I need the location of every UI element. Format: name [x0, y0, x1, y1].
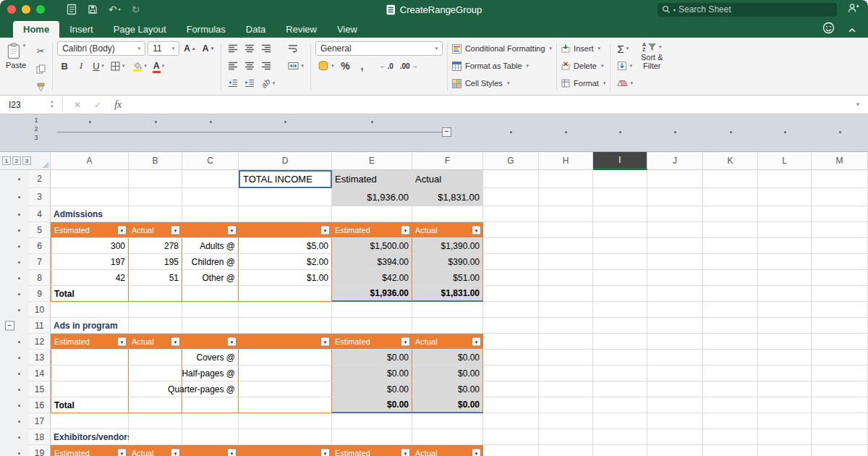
cell-A14[interactable]	[51, 366, 129, 381]
italic-button[interactable]: I	[74, 59, 88, 73]
cell-C2[interactable]	[182, 170, 239, 188]
cell-G10[interactable]	[483, 302, 539, 318]
search-sheet-field[interactable]: ▾	[658, 3, 837, 17]
row-header-8[interactable]: 8	[29, 270, 51, 286]
cell-E5[interactable]: Estimated▼	[332, 222, 412, 238]
column-header-J[interactable]: J	[647, 152, 703, 170]
cell-D6[interactable]: $5.00	[239, 238, 332, 254]
cell-E7[interactable]: $394.00	[332, 254, 412, 270]
cell-E13[interactable]: $0.00	[332, 350, 412, 366]
feedback-smiley-button[interactable]	[822, 22, 835, 37]
row-header-15[interactable]: 15	[29, 381, 51, 397]
cell-A11[interactable]: Ads in program	[51, 318, 129, 334]
cell-I16[interactable]	[593, 397, 647, 413]
cell-J10[interactable]	[647, 302, 703, 318]
underline-button[interactable]: U▾	[90, 59, 106, 73]
cell-B5[interactable]: Actual▼	[129, 222, 182, 238]
cell-B13[interactable]	[129, 350, 182, 366]
wrap-text-button[interactable]	[286, 41, 300, 56]
cell-B14[interactable]	[129, 366, 182, 381]
cell-D11[interactable]	[239, 318, 332, 334]
cell-F9[interactable]: $1,831.00	[412, 286, 483, 302]
cell-M2[interactable]	[812, 170, 868, 188]
cell-B8[interactable]: 51	[129, 270, 182, 286]
cell-I10[interactable]	[593, 302, 647, 318]
cell-B2[interactable]	[129, 170, 182, 188]
bold-button[interactable]: B	[57, 59, 72, 73]
column-header-K[interactable]: K	[703, 152, 758, 170]
cell-F18[interactable]	[412, 429, 483, 445]
autofilter-button[interactable]: ▼	[171, 449, 180, 456]
cell-F10[interactable]	[412, 302, 483, 318]
cell-F11[interactable]	[412, 318, 483, 334]
cell-F15[interactable]: $0.00	[412, 381, 483, 397]
row-outline-level-1[interactable]: 1	[2, 156, 11, 165]
cell-F6[interactable]: $1,390.00	[412, 238, 483, 254]
formula-bar-expand-caret[interactable]: ▼	[855, 101, 861, 108]
cell-H4[interactable]	[539, 206, 593, 222]
autofilter-button[interactable]: ▼	[117, 337, 127, 347]
cell-H2[interactable]	[539, 170, 593, 188]
cell-A8[interactable]: 42	[51, 270, 129, 286]
cell-D15[interactable]	[239, 381, 332, 397]
cell-F14[interactable]: $0.00	[412, 366, 483, 381]
cell-E8[interactable]: $42.00	[332, 270, 412, 286]
cell-D3[interactable]	[239, 188, 332, 206]
cell-E10[interactable]	[332, 302, 412, 318]
cell-I4[interactable]	[593, 206, 647, 222]
cell-G16[interactable]	[483, 397, 539, 413]
tab-formulas[interactable]: Formulas	[176, 21, 236, 38]
cell-H8[interactable]	[539, 270, 593, 286]
cell-H17[interactable]	[539, 413, 593, 429]
font-name-select[interactable]: Calibri (Body)▾	[57, 41, 145, 56]
cell-C15[interactable]: Quarter-pages @	[182, 381, 239, 397]
accounting-format-button[interactable]: ▾	[315, 59, 336, 73]
cell-M5[interactable]	[812, 222, 868, 238]
cell-E3[interactable]: $1,936.00	[332, 188, 412, 206]
cell-C14[interactable]: Half-pages @	[182, 366, 239, 381]
orientation-button[interactable]: ab▾	[259, 76, 277, 90]
format-as-table-button[interactable]: Format as Table▾	[452, 59, 552, 73]
cell-B4[interactable]	[129, 206, 182, 222]
cell-D17[interactable]	[239, 413, 332, 429]
cell-G2[interactable]	[483, 170, 539, 188]
cell-C5[interactable]: ▼	[182, 222, 239, 238]
cell-G19[interactable]	[483, 445, 539, 456]
autofilter-button[interactable]: ▼	[472, 449, 481, 456]
cell-D16[interactable]	[239, 397, 332, 413]
cell-F5[interactable]: Actual▼	[412, 222, 483, 238]
cell-L11[interactable]	[758, 318, 812, 334]
cell-G14[interactable]	[483, 366, 539, 381]
cell-M18[interactable]	[812, 429, 868, 445]
cell-J4[interactable]	[647, 206, 703, 222]
font-color-button[interactable]: A▾	[151, 59, 166, 73]
cell-G7[interactable]	[483, 254, 539, 270]
confirm-entry-button[interactable]: ✓	[94, 100, 101, 110]
cell-D18[interactable]	[239, 429, 332, 445]
cell-I5[interactable]	[593, 222, 647, 238]
cell-A9[interactable]: Total	[51, 286, 129, 302]
autofilter-button[interactable]: ▼	[227, 226, 237, 235]
cell-J8[interactable]	[647, 270, 703, 286]
cell-M11[interactable]	[812, 318, 868, 334]
font-size-select[interactable]: 11▾	[148, 41, 179, 56]
row-header-4[interactable]: 4	[29, 206, 51, 222]
cell-B11[interactable]	[129, 318, 182, 334]
cell-J19[interactable]	[647, 445, 703, 456]
cell-E14[interactable]: $0.00	[332, 366, 412, 381]
cell-C11[interactable]	[182, 318, 239, 334]
cell-D8[interactable]: $1.00	[239, 270, 332, 286]
close-window-button[interactable]	[7, 5, 16, 14]
cell-G12[interactable]	[483, 334, 539, 350]
autofilter-button[interactable]: ▼	[401, 449, 410, 456]
cell-I6[interactable]	[593, 238, 647, 254]
cell-F8[interactable]: $51.00	[412, 270, 483, 286]
undo-button[interactable]: ↶▾	[109, 4, 121, 14]
cell-I15[interactable]	[593, 381, 647, 397]
select-all-corner[interactable]	[42, 161, 48, 168]
cell-J5[interactable]	[647, 222, 703, 238]
cell-C10[interactable]	[182, 302, 239, 318]
format-cells-button[interactable]: Format▾	[561, 76, 605, 90]
cell-A17[interactable]	[51, 413, 129, 429]
cell-E19[interactable]: Estimated▼	[332, 445, 412, 456]
